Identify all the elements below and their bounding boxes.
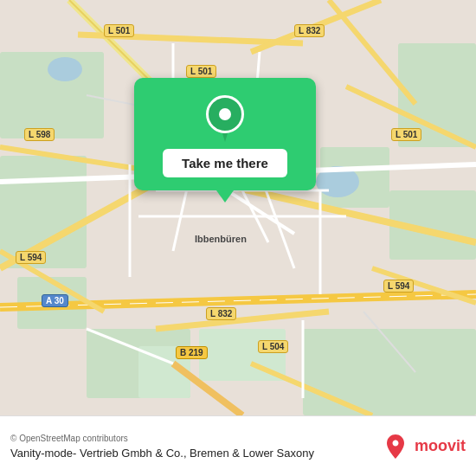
footer-copyright: © OpenStreetMap contributors <box>10 434 373 443</box>
road-label-L501-top: L 501 <box>104 24 134 37</box>
road-label-L594-left: L 594 <box>16 251 46 264</box>
footer-title: Vanity-mode- Vertrieb Gmbh & Co., Bremen… <box>10 447 373 460</box>
location-pin <box>206 95 244 140</box>
svg-point-12 <box>48 57 82 81</box>
road-label-L832-top: L 832 <box>294 24 325 37</box>
road-label-L832-bot: L 832 <box>206 307 236 320</box>
city-label-ibbenbueren: Ibbenbüren <box>195 234 247 244</box>
moovit-brand-text: moovit <box>415 437 466 455</box>
footer-info: © OpenStreetMap contributors Vanity-mode… <box>10 434 373 460</box>
road-label-L598: L 598 <box>24 128 55 141</box>
road-label-L501-mid: L 501 <box>186 65 216 78</box>
road-label-B219: B 219 <box>176 346 208 359</box>
map-svg <box>0 0 476 415</box>
take-me-there-button[interactable]: Take me there <box>163 149 287 177</box>
road-label-L504: L 504 <box>258 340 288 353</box>
footer: © OpenStreetMap contributors Vanity-mode… <box>0 415 476 476</box>
road-label-A30: A 30 <box>42 294 68 307</box>
moovit-logo: moovit <box>382 433 466 460</box>
map-container: L 501 L 832 L 501 L 501 L 598 L 594 L 59… <box>0 0 476 415</box>
road-label-L594-right: L 594 <box>383 280 414 293</box>
road-label-L501-right: L 501 <box>391 128 421 141</box>
popup-card: Take me there <box>134 78 316 190</box>
moovit-pin-icon <box>382 433 409 460</box>
